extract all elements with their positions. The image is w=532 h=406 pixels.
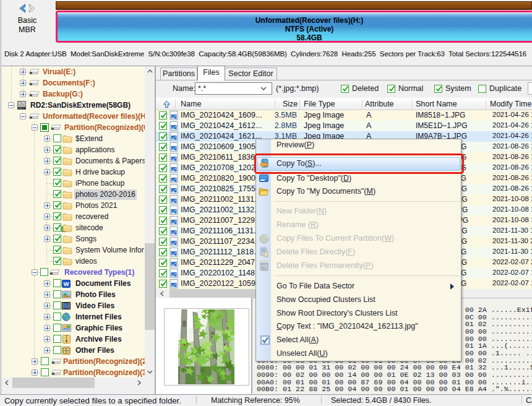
svg-text:W: W xyxy=(64,280,69,287)
svg-text:WU: WU xyxy=(262,267,266,269)
